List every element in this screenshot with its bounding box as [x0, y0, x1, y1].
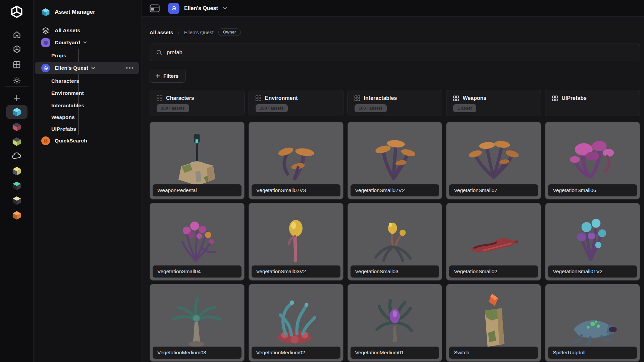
asset-name-label: VegetationMedium01 [351, 347, 439, 359]
collection-icon [157, 96, 162, 101]
rail-divider [5, 86, 29, 87]
sidebar-item-ellens-quest[interactable]: Ellen's Quest ••• [35, 62, 139, 74]
project-switcher-title[interactable]: Ellen's Quest [184, 5, 218, 11]
sidebar-item-environment[interactable]: Environment [35, 87, 139, 99]
asset-card[interactable]: SpitterRagdoll [545, 284, 640, 362]
asset-name-label: VegetationSmall07V3 [252, 184, 340, 196]
category-title: UIPrefabs [561, 95, 587, 101]
category-count-badge: 100+ assets [256, 104, 288, 112]
sidebar-item-label: QuickSearch [55, 138, 87, 144]
project-cloud-icon[interactable] [0, 149, 34, 164]
asset-card[interactable]: VegetationSmall03 [347, 203, 442, 281]
asset-card[interactable]: WeaponPedestal [150, 122, 245, 199]
sidebar-item-props[interactable]: Props [35, 50, 139, 62]
courtyard-project-icon [41, 38, 50, 47]
search-input[interactable] [167, 49, 634, 56]
asset-manager-cube-icon [41, 7, 50, 17]
asset-name-label: VegetationSmall06 [548, 184, 637, 196]
collection-icon [256, 96, 261, 101]
category-card-weapons[interactable]: Weapons 1 asset [446, 90, 541, 116]
project-teal-dark-icon[interactable] [0, 178, 34, 193]
project-orange-icon[interactable] [0, 208, 34, 223]
left-rail [0, 0, 34, 362]
asset-name-label: VegetationSmall03V2 [252, 265, 340, 278]
add-icon[interactable] [0, 93, 34, 104]
asset-card[interactable]: VegetationMedium02 [249, 284, 343, 362]
category-card-characters[interactable]: Characters 100+ assets [150, 90, 245, 116]
sidebar-item-label: Interactables [51, 103, 84, 109]
asset-card[interactable]: VegetationSmall02 [446, 203, 541, 281]
sidebar-item-label: Props [51, 53, 66, 59]
collection-icon [552, 96, 558, 101]
sidebar-item-label: Ellen's Quest [55, 65, 88, 71]
asset-name-label: SpitterRagdoll [548, 347, 637, 359]
category-card-interactables[interactable]: Interactables 100+ assets [347, 90, 442, 116]
asset-card[interactable]: VegetationSmall07V2 [347, 122, 442, 199]
project-yellow-icon[interactable] [0, 164, 34, 178]
asset-name-label: WeaponPedestal [153, 184, 241, 196]
home-icon[interactable] [0, 29, 34, 40]
asset-card[interactable]: VegetationMedium01 [347, 284, 442, 362]
asset-name-label: VegetationSmall07V2 [351, 184, 439, 196]
asset-card[interactable]: VegetationSmall07V3 [249, 122, 343, 199]
sidebar-item-label: All Assets [55, 27, 80, 34]
chevron-down-icon[interactable] [223, 7, 227, 10]
asset-card[interactable]: VegetationSmall03V2 [249, 203, 343, 281]
project-teal-selected-icon[interactable] [0, 105, 34, 119]
breadcrumb-current: Ellen's Quest [184, 29, 214, 35]
asset-name-label: Switch [449, 347, 538, 359]
category-card-row: Characters 100+ assets Environment 100+ … [150, 90, 640, 116]
category-title: Weapons [463, 95, 486, 101]
ellens-quest-project-icon [41, 63, 50, 73]
unity-logo[interactable] [0, 4, 34, 20]
asset-manager-app: Asset Manager All Assets Courtyard Props [0, 0, 644, 362]
sidebar-item-label: Environment [51, 90, 84, 96]
asset-name-label: VegetationMedium03 [153, 347, 241, 359]
sidebar-item-all-assets[interactable]: All Assets [35, 24, 139, 37]
sidebar-item-interactables[interactable]: Interactables [35, 100, 139, 112]
breadcrumb-separator-icon: › [178, 29, 179, 35]
project-app-icon [168, 3, 179, 14]
asset-name-label: VegetationSmall04 [153, 265, 241, 278]
asset-name-label: VegetationSmall07 [449, 184, 538, 196]
sidebar-header: Asset Manager [35, 6, 139, 18]
box-icon[interactable] [0, 43, 34, 55]
owner-badge: Owner [218, 28, 241, 36]
search-bar [150, 44, 640, 61]
breadcrumb-all-assets-link[interactable]: All assets [150, 29, 173, 35]
category-card-uiprefabs[interactable]: UIPrefabs [545, 90, 640, 116]
project-cream-icon[interactable] [0, 193, 34, 208]
asset-card[interactable]: VegetationMedium03 [150, 284, 245, 362]
asset-card[interactable]: VegetationSmall07 [446, 122, 541, 199]
project-lime-icon[interactable] [0, 134, 34, 149]
category-card-environment[interactable]: Environment 100+ assets [249, 90, 343, 116]
filters-button[interactable]: Filters [150, 69, 185, 83]
sidebar: Asset Manager All Assets Courtyard Props [34, 0, 142, 362]
sidebar-item-quicksearch[interactable]: QuickSearch [35, 135, 139, 147]
sidebar-item-uiprefabs[interactable]: UIPrefabs [35, 123, 139, 135]
chevron-down-icon [91, 67, 95, 69]
sidebar-item-weapons[interactable]: Weapons [35, 111, 139, 123]
sidebar-item-characters[interactable]: Characters [35, 75, 139, 87]
sidebar-item-courtyard[interactable]: Courtyard [35, 37, 139, 49]
asset-card[interactable]: Switch [446, 284, 541, 362]
panel-toggle-icon[interactable] [150, 4, 160, 12]
asset-card[interactable]: VegetationSmall06 [545, 122, 640, 199]
asset-name-label: VegetationSmall03 [351, 265, 439, 278]
plus-icon [155, 73, 160, 78]
search-icon [156, 49, 162, 56]
project-red-icon[interactable] [0, 119, 34, 134]
category-count-badge: 100+ assets [355, 104, 387, 112]
asset-name-label: VegetationSmall02 [449, 265, 538, 278]
gear-icon[interactable] [0, 74, 34, 86]
sidebar-item-label: Courtyard [55, 40, 80, 46]
quicksearch-project-icon [41, 136, 50, 145]
category-count-badge: 100+ assets [157, 104, 189, 112]
asset-card[interactable]: VegetationSmall01V2 [545, 203, 640, 281]
filters-button-label: Filters [163, 73, 178, 79]
category-title: Environment [265, 95, 298, 101]
topbar: Ellen's Quest [142, 0, 644, 17]
asset-card[interactable]: VegetationSmall04 [150, 203, 245, 281]
grid-icon[interactable] [0, 59, 34, 70]
ellipsis-menu-icon[interactable]: ••• [126, 66, 139, 70]
